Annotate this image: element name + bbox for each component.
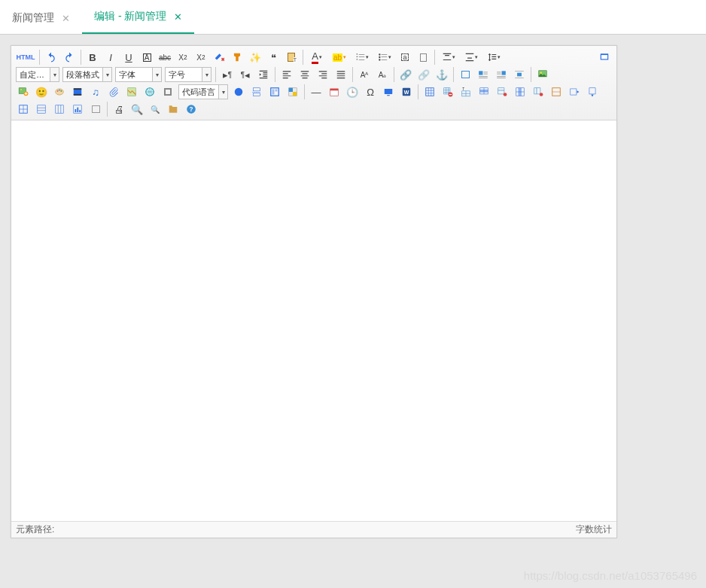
- removeformat-button[interactable]: [211, 50, 227, 65]
- svg-point-46: [504, 93, 507, 96]
- formatmatch-button[interactable]: [229, 50, 245, 65]
- autotypeset-button[interactable]: ✨: [247, 50, 263, 65]
- touppercase-button[interactable]: Aᴬ: [356, 67, 373, 82]
- imagenone-button[interactable]: [457, 67, 473, 82]
- mergecells-button[interactable]: [548, 84, 564, 99]
- svg-rect-56: [38, 105, 46, 114]
- svg-rect-57: [56, 105, 64, 114]
- webapp-button[interactable]: [230, 84, 247, 99]
- italic-button[interactable]: I: [102, 50, 119, 65]
- editor-toolbar: HTML B I U A abc X2 X2 ✨ ❝ T A▾ ab▾: [11, 46, 616, 120]
- source-html-button[interactable]: HTML: [15, 50, 36, 65]
- justifycenter-button[interactable]: [297, 67, 313, 82]
- directionrtl-button[interactable]: ¶◂: [237, 67, 254, 82]
- backcolor-button[interactable]: ab▾: [329, 50, 350, 65]
- indent-button[interactable]: [255, 67, 272, 82]
- deletetable-button[interactable]: [440, 84, 456, 99]
- undo-button[interactable]: [43, 50, 59, 65]
- time-button[interactable]: 🕒: [344, 84, 361, 99]
- element-path[interactable]: 元素路径:: [16, 523, 54, 536]
- fullscreen-button[interactable]: [596, 50, 613, 65]
- spechars-button[interactable]: Ω: [362, 84, 379, 99]
- justifyright-button[interactable]: [315, 67, 331, 82]
- deletecaption-button[interactable]: [87, 102, 104, 117]
- help-button[interactable]: ?: [183, 102, 199, 117]
- lineheight-button[interactable]: ▾: [483, 50, 504, 65]
- attachment-button[interactable]: [105, 84, 122, 99]
- tolowercase-button[interactable]: Aₐ: [374, 67, 391, 82]
- svg-point-1: [379, 56, 380, 58]
- subscript-button[interactable]: X2: [193, 50, 209, 65]
- paragraph-combo[interactable]: 段落格式▾: [62, 67, 112, 82]
- insertimage-button[interactable]: [15, 84, 32, 99]
- rowspacingtop-button[interactable]: ▾: [438, 50, 459, 65]
- editor-statusbar: 元素路径: 字数统计: [11, 521, 616, 538]
- word-count[interactable]: 字数统计: [576, 523, 612, 536]
- drafts-button[interactable]: [165, 102, 181, 117]
- tab-edit-news-manage[interactable]: 编辑 - 新闻管理 ✕: [82, 0, 194, 34]
- redo-button[interactable]: [61, 50, 78, 65]
- editor-content-area[interactable]: [11, 120, 616, 521]
- fontfamily-combo[interactable]: 字体▾: [115, 67, 162, 82]
- selectall-button[interactable]: a: [397, 50, 413, 65]
- horizontal-button[interactable]: —: [308, 84, 324, 99]
- insertorderedlist-button[interactable]: ▾: [351, 50, 373, 65]
- splittorows-button[interactable]: [33, 102, 50, 117]
- superscript-button[interactable]: X2: [175, 50, 191, 65]
- music-button[interactable]: ♫: [87, 84, 104, 99]
- deletecol-button[interactable]: [530, 84, 546, 99]
- underline-button[interactable]: U: [120, 50, 137, 65]
- pagebreak-button[interactable]: [248, 84, 265, 99]
- imagecenter-button[interactable]: [511, 67, 528, 82]
- insertrow-button[interactable]: [476, 84, 492, 99]
- splittocols-button[interactable]: [51, 102, 68, 117]
- unlink-button[interactable]: 🔗: [415, 67, 432, 82]
- insertcode-combo[interactable]: 代码语言▾: [178, 84, 228, 99]
- insertvideo-button[interactable]: [69, 84, 86, 99]
- close-icon[interactable]: ✕: [174, 11, 182, 23]
- wordimage-button[interactable]: W: [398, 84, 415, 99]
- directionltr-button[interactable]: ▸¶: [219, 67, 236, 82]
- bold-button[interactable]: B: [84, 50, 101, 65]
- close-icon[interactable]: ✕: [62, 13, 70, 24]
- forecolor-button[interactable]: A▾: [306, 50, 327, 65]
- mergeright-button[interactable]: [566, 84, 583, 99]
- mergedown-button[interactable]: [584, 84, 601, 99]
- cleardoc-button[interactable]: [415, 50, 431, 65]
- insertunorderedlist-button[interactable]: ▾: [374, 50, 395, 65]
- template-button[interactable]: [266, 84, 283, 99]
- customstyle-combo[interactable]: 自定义标题▾: [16, 67, 59, 82]
- pasteplain-button[interactable]: T: [283, 50, 300, 65]
- fontsize-combo[interactable]: 字号▾: [165, 67, 211, 82]
- deleterow-button[interactable]: [494, 84, 510, 99]
- blockquote-button[interactable]: ❝: [265, 50, 281, 65]
- inserttable-button[interactable]: [421, 84, 438, 99]
- date-button[interactable]: [326, 84, 342, 99]
- print-button[interactable]: 🖨: [111, 102, 127, 117]
- searchreplace-button[interactable]: 🔍: [147, 102, 163, 117]
- emotion-button[interactable]: 🙂: [33, 84, 50, 99]
- fontborder-button[interactable]: A: [138, 50, 155, 65]
- justifyjustify-button[interactable]: [333, 67, 349, 82]
- snapscreen-button[interactable]: [380, 84, 397, 99]
- tab-news-manage[interactable]: 新闻管理 ✕: [0, 1, 82, 34]
- rowspacingbottom-button[interactable]: ▾: [461, 50, 482, 65]
- charts-button[interactable]: [69, 102, 86, 117]
- strikethrough-button[interactable]: abc: [157, 50, 173, 65]
- insertparagraphbeforetable-button[interactable]: T: [458, 84, 474, 99]
- gmap-button[interactable]: [142, 84, 158, 99]
- svg-rect-26: [272, 90, 275, 95]
- imageleft-button[interactable]: [475, 67, 491, 82]
- simpleupload-button[interactable]: [534, 67, 551, 82]
- anchor-button[interactable]: ⚓: [434, 67, 450, 82]
- insertframe-button[interactable]: [160, 84, 176, 99]
- imageright-button[interactable]: [493, 67, 510, 82]
- background-button[interactable]: [285, 84, 301, 99]
- splittocells-button[interactable]: [15, 102, 32, 117]
- map-button[interactable]: [123, 84, 140, 99]
- link-button[interactable]: 🔗: [397, 67, 414, 82]
- preview-button[interactable]: 🔍: [129, 102, 145, 117]
- scrawl-button[interactable]: [51, 84, 68, 99]
- insertcol-button[interactable]: [512, 84, 528, 99]
- justifyleft-button[interactable]: [278, 67, 295, 82]
